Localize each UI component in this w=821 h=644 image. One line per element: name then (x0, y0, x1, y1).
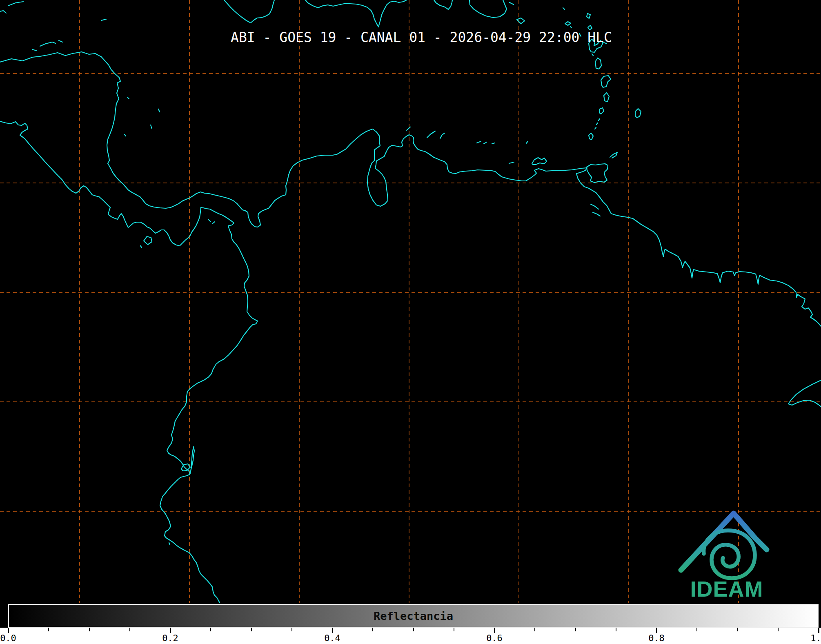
colorbar-tick-label: 0.4 (324, 633, 340, 643)
coastline-belize-dash-2 (0, 11, 6, 13)
coastline-jamaica-south (224, 0, 274, 23)
coastline-nevis (570, 27, 572, 28)
coastline-barbuda (563, 8, 565, 9)
coastline-la-blanquilla (526, 141, 528, 143)
colorbar-minor-tick (413, 628, 414, 631)
colorbar-minor-tick (696, 628, 697, 631)
coastline-antigua (587, 13, 590, 18)
coastline-corn-island (125, 134, 126, 136)
coastline-puerto-rico-south (469, 0, 507, 18)
coastline-st-lucia (604, 93, 609, 102)
colorbar-major-tick (494, 628, 495, 633)
coastline-dominica (595, 58, 601, 69)
goes-satellite-image: ABI - GOES 19 - CANAL 01 - 2026-04-29 22… (0, 0, 821, 644)
coastline-amapa-coast (788, 380, 821, 407)
coastline-marie-galante (592, 54, 593, 56)
colorbar-minor-tick (48, 628, 49, 631)
coastline-caribbean-mainland (0, 52, 821, 326)
logo-hurricane-spiral-icon (704, 530, 755, 578)
colorbar-minor-tick (89, 628, 90, 631)
colorbar-tick-label: 0.8 (648, 633, 665, 643)
coastline-utila (32, 49, 36, 51)
coastline-st-croix (517, 18, 525, 24)
colorbar-minor-tick (454, 628, 454, 631)
coastline-swan-island (101, 19, 106, 20)
coastline-trinidad (587, 164, 608, 183)
coastline-orinoco-delta-2 (593, 212, 600, 216)
coastline-los-roques-2 (484, 142, 487, 144)
colorbar-minor-tick (575, 628, 576, 631)
colorbar-major-tick (332, 628, 333, 633)
colorbar-minor-tick (291, 628, 292, 631)
colorbar-minor-tick (534, 628, 535, 631)
colorbar-minor-tick (372, 628, 373, 631)
coastline-barbados (635, 109, 641, 118)
ideam-logo: IDEAM (674, 506, 780, 602)
colorbar-major-tick (656, 628, 657, 633)
satellite-map-area: ABI - GOES 19 - CANAL 01 - 2026-04-29 22… (0, 0, 821, 603)
coastline-grenadines-2 (596, 123, 598, 125)
coastline-belize-dash-1 (8, 2, 23, 6)
image-title: ABI - GOES 19 - CANAL 01 - 2026-04-29 22… (231, 29, 612, 45)
coastline-lobos-islet (169, 543, 170, 545)
coastline-tobago (610, 152, 617, 158)
reflectance-colorbar: Reflectancia (8, 604, 819, 628)
coastline-san-andres (151, 125, 152, 129)
colorbar-minor-tick (251, 628, 252, 631)
coastline-bonaire (440, 133, 445, 138)
coastline-pearl-islands-2 (212, 222, 215, 224)
colorbar-tick-label: 0.2 (162, 633, 178, 643)
coastline-orinoco-delta-1 (591, 204, 599, 209)
colorbar-tick-label: 0.6 (486, 633, 503, 643)
coastline-grenadines-1 (595, 127, 596, 129)
colorbar-axis: 0.00.20.40.60.81.0 (0, 628, 821, 644)
logo-text: IDEAM (690, 577, 763, 601)
coastline-pacific-mainland (0, 121, 258, 603)
coastline-mona-fragment (434, 0, 452, 9)
coastline-miskito-cay (127, 97, 129, 99)
coastline-margarita (532, 158, 547, 165)
coastline-st-vincent (599, 108, 604, 114)
coastline-aruba (407, 127, 410, 130)
coastline-roatan (40, 42, 56, 46)
coastline-curacao (427, 131, 435, 138)
coastline-pearl-islands-1 (208, 219, 211, 222)
colorbar-major-tick (8, 628, 9, 633)
coastline-coiba (144, 236, 152, 245)
coastline-st-kitts (565, 22, 571, 25)
coastline-hispaniola-south (305, 0, 407, 27)
colorbar-major-tick (818, 628, 819, 633)
coastline-martinique (601, 76, 611, 87)
colorbar-major-tick (170, 628, 171, 633)
colorbar-minor-tick (129, 628, 130, 631)
colorbar-tick-label: 1.0 (810, 633, 821, 643)
colorbar-tick-label: 0.0 (0, 633, 16, 643)
coastline-culebra (510, 2, 514, 4)
coastline-grenada (589, 133, 593, 140)
coastline-la-tortuga (509, 162, 514, 163)
coastline-providencia (158, 109, 160, 112)
coastline-grenadines-3 (599, 119, 600, 120)
colorbar-minor-tick (210, 628, 211, 631)
coastline-guanaja (59, 40, 62, 42)
colorbar-minor-tick (778, 628, 779, 631)
coastline-coiba-islet (140, 246, 142, 247)
coastline-los-roques-1 (477, 141, 481, 143)
coastline-la-orchila (492, 143, 495, 144)
colorbar-label: Reflectancia (9, 605, 818, 627)
colorbar-minor-tick (616, 628, 616, 631)
colorbar-minor-tick (737, 628, 738, 631)
